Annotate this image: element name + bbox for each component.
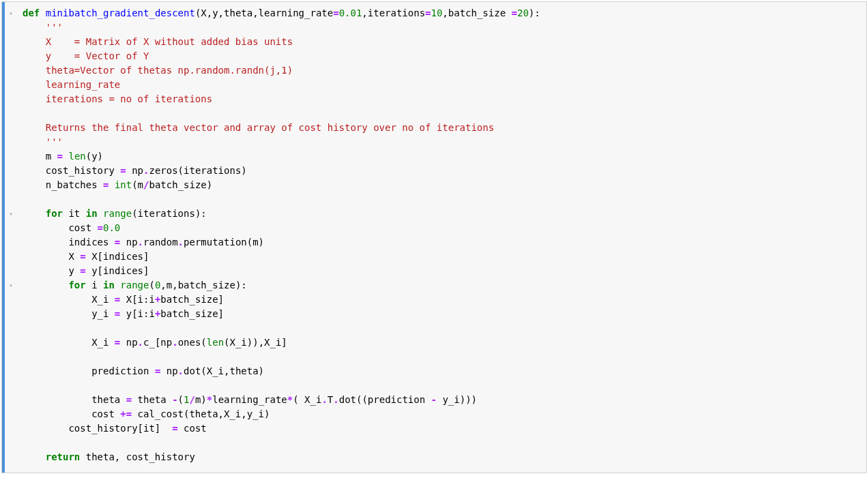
fold-spacer bbox=[5, 264, 17, 278]
fold-spacer bbox=[5, 20, 17, 35]
fold-marker-def[interactable]: ▾ bbox=[5, 6, 17, 20]
fold-spacer bbox=[5, 78, 17, 92]
fold-spacer bbox=[5, 221, 17, 235]
fold-spacer bbox=[5, 63, 17, 78]
fold-spacer bbox=[5, 35, 17, 49]
fold-spacer bbox=[5, 235, 17, 250]
fold-spacer bbox=[5, 49, 17, 63]
fold-marker-for1[interactable]: ▾ bbox=[5, 207, 17, 221]
fold-marker-for2[interactable]: ▾ bbox=[5, 278, 17, 293]
fold-spacer bbox=[5, 92, 17, 106]
code-editor[interactable]: def minibatch_gradient_descent(X,y,theta… bbox=[17, 2, 866, 473]
fold-spacer bbox=[5, 135, 17, 149]
code-cell: ▾ ▾ ▾ def minibatch_gradient_descent(X,y… bbox=[1, 1, 867, 473]
fold-spacer bbox=[5, 149, 17, 164]
code-content[interactable]: def minibatch_gradient_descent(X,y,theta… bbox=[23, 6, 860, 464]
fold-gutter: ▾ ▾ ▾ bbox=[5, 2, 17, 473]
fold-spacer bbox=[5, 121, 17, 135]
fold-spacer bbox=[5, 250, 17, 264]
fold-spacer bbox=[5, 192, 17, 207]
fold-spacer bbox=[5, 164, 17, 178]
fold-spacer bbox=[5, 106, 17, 121]
fold-spacer bbox=[5, 178, 17, 192]
